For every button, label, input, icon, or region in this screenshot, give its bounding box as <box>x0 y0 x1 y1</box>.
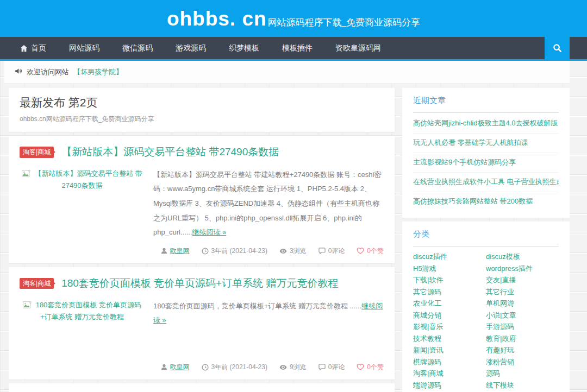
nav-item-website-source[interactable]: 网站源码 <box>58 37 111 59</box>
nav-item-label: 游戏源码 <box>176 43 206 53</box>
category-link[interactable]: H5游戏 <box>413 263 486 275</box>
clock-icon <box>202 364 209 371</box>
widget-title-categories: 分类 <box>413 229 559 239</box>
category-link[interactable]: 小说|文章 <box>486 309 559 321</box>
article-title-link[interactable]: 【新站版本】源码交易平台整站 带27490条数据 <box>61 146 279 159</box>
eye-icon <box>279 248 287 254</box>
heart-icon <box>357 248 364 254</box>
category-link[interactable]: 淘客|商城 <box>413 368 486 380</box>
eye-icon <box>279 364 287 370</box>
category-link[interactable]: 其它源码 <box>413 286 486 298</box>
thumbnail-alt-text: 180套竞价页面模板 竞价单页源码+订单系统 赠万元竞价教程 <box>36 301 141 321</box>
speaker-icon <box>14 67 22 77</box>
category-link[interactable]: 单机网游 <box>486 298 559 309</box>
user-icon <box>161 248 167 254</box>
heart-icon <box>357 364 364 370</box>
category-link[interactable]: 源码 <box>486 368 559 380</box>
comments-link[interactable]: 0评论 <box>328 363 345 372</box>
meta-time: 3年前 (2021-04-23) <box>202 246 267 256</box>
category-link[interactable]: 新闻|资讯 <box>413 344 486 356</box>
nav-item-label: 模板插件 <box>282 43 313 53</box>
article-meta: 欧皇网 3年前 (2021-04-23) 3浏览 0评论 0个赞 <box>20 246 384 256</box>
meta-comments: 0评论 <box>319 246 345 256</box>
likes-text: 0个赞 <box>367 246 384 256</box>
category-link[interactable]: 有趣好玩 <box>486 344 559 356</box>
nav-item-template-plugin[interactable]: 模板插件 <box>271 37 324 59</box>
notice-link[interactable]: 【坏男孩学院】 <box>73 67 123 77</box>
time-text: 3年前 (2021-04-23) <box>211 246 267 256</box>
recent-post-link[interactable]: 在线营业执照生成软件小工具 电子营业执照生成器 <box>413 173 559 192</box>
meta-likes[interactable]: 0个赞 <box>357 246 384 256</box>
article-head: 淘客|商城 【新站版本】源码交易平台整站 带27490条数据 <box>20 146 384 159</box>
category-link[interactable]: discuz模板 <box>486 251 559 263</box>
recent-post-link[interactable]: 高仿站壳网jizhi-chlid极致主题4.0去授权破解版 <box>413 114 559 134</box>
category-link[interactable]: 商城分销 <box>413 309 486 321</box>
excerpt-text: 180套竞价页面源码，竞价单页模板+订单系统 赠万元竞价教程 ...... <box>153 302 361 310</box>
category-link[interactable]: 涨粉营销 <box>486 356 559 368</box>
likes-text: 0个赞 <box>367 363 384 372</box>
category-link[interactable]: 下载|软件 <box>413 274 486 286</box>
page-header-card: 最新发布 第2页 ohbbs.cn网站源码程序下载_免费商业源码分享 <box>9 88 395 132</box>
nav-item-home[interactable]: 首页 <box>9 37 58 59</box>
article-thumbnail[interactable]: 180套竞价页面模板 竞价单页源码+订单系统 赠万元竞价教程 <box>20 299 145 356</box>
recent-post-link[interactable]: 玩无人机必看 零基础学无人机航拍课 <box>413 134 559 153</box>
categories-grid: discuz插件 H5游戏 下载|软件 其它源码 农业化工 商城分销 影视|音乐… <box>413 251 559 392</box>
meta-time: 3年前 (2021-04-23) <box>202 363 267 372</box>
article-head: 淘客|商城 180套竞价页面模板 竞价单页源码+订单系统 赠万元竞价教程 <box>20 277 384 290</box>
article-excerpt: 【新站版本】源码交易平台整站 带建站教程+27490条数据 账号：ceshi密码… <box>153 168 384 240</box>
category-link[interactable]: 影视|音乐 <box>413 321 486 333</box>
read-more-link[interactable]: 继续阅读 » <box>192 228 227 236</box>
search-button[interactable] <box>545 37 570 61</box>
author-link[interactable]: 欧皇网 <box>170 363 190 372</box>
nav-item-label: 微信源码 <box>122 43 153 53</box>
notice-bar: 欢迎访问网站 【坏男孩学院】 <box>4 61 570 84</box>
comments-link[interactable]: 0评论 <box>328 246 345 256</box>
nav-item-label: 网站源码 <box>69 43 99 53</box>
category-badge[interactable]: 淘客|商城 <box>20 147 54 157</box>
category-link[interactable]: 端游源码 <box>413 380 486 391</box>
site-logo[interactable]: ohbbs. cn <box>167 9 267 29</box>
comment-icon <box>319 248 326 254</box>
nav-item-dedecms-template[interactable]: 织梦模板 <box>217 37 271 59</box>
categories-widget: 分类 discuz插件 H5游戏 下载|软件 其它源码 农业化工 商城分销 影视… <box>402 222 570 392</box>
recent-posts-widget: 近期文章 高仿站壳网jizhi-chlid极致主题4.0去授权破解版 玩无人机必… <box>402 88 570 218</box>
page-title: 最新发布 第2页 <box>20 95 384 110</box>
author-link[interactable]: 欧皇网 <box>170 246 190 256</box>
category-badge[interactable]: 淘客|商城 <box>20 278 54 289</box>
nav-item-wechat-source[interactable]: 微信源码 <box>111 37 164 59</box>
recent-post-link[interactable]: 主流影视站9个手机仿站源码分享 <box>413 153 559 173</box>
search-icon <box>553 43 562 54</box>
comment-icon <box>319 364 326 370</box>
category-link[interactable]: 技术教程 <box>413 333 486 345</box>
clock-icon <box>202 248 209 255</box>
widget-title-recent: 近期文章 <box>413 96 559 106</box>
main-nav: 首页 网站源码 微信源码 游戏源码 织梦模板 模板插件 资欧皇源码网 <box>0 37 587 61</box>
category-link[interactable]: discuz插件 <box>413 251 486 263</box>
category-link[interactable]: 棋牌源码 <box>413 356 486 368</box>
notice-text: 欢迎访问网站 <box>27 67 69 77</box>
meta-views: 9浏览 <box>279 363 307 372</box>
meta-likes[interactable]: 0个赞 <box>357 363 384 372</box>
category-link[interactable]: wordpress插件 <box>486 263 559 275</box>
article-title-link[interactable]: 180套竞价页面模板 竞价单页源码+订单系统 赠万元竞价教程 <box>61 277 338 290</box>
nav-item-game-source[interactable]: 游戏源码 <box>164 37 217 59</box>
category-link[interactable]: 手游源码 <box>486 321 559 333</box>
article-item: 淘客|商城 【新站版本】源码交易平台整站 带27490条数据 【新站版本】源码交… <box>9 136 395 263</box>
category-link[interactable]: 农业化工 <box>413 298 486 309</box>
category-link[interactable]: 其它行业 <box>486 286 559 298</box>
views-text: 9浏览 <box>290 363 307 372</box>
article-thumbnail[interactable]: 【新站版本】源码交易平台整站 带27490条数据 <box>20 168 145 240</box>
article-meta: 欧皇网 3年前 (2021-04-23) 9浏览 0评论 0个赞 <box>20 363 384 372</box>
category-link[interactable]: 教育|政府 <box>486 333 559 345</box>
excerpt-text: 【新站版本】源码交易平台整站 带建站教程+27490条数据 账号：ceshi密码… <box>153 170 381 237</box>
user-icon <box>161 364 167 370</box>
nav-item-ziouhuang[interactable]: 资欧皇源码网 <box>324 37 392 59</box>
meta-comments: 0评论 <box>319 363 345 372</box>
nav-item-label: 资欧皇源码网 <box>335 43 381 53</box>
nav-item-label: 首页 <box>31 43 46 53</box>
category-link[interactable]: 线下模块 <box>486 380 559 391</box>
category-link[interactable]: 交友|直播 <box>486 274 559 286</box>
main-column: 最新发布 第2页 ohbbs.cn网站源码程序下载_免费商业源码分享 淘客|商城… <box>9 88 395 392</box>
page-subtitle: ohbbs.cn网站源码程序下载_免费商业源码分享 <box>20 115 384 124</box>
recent-post-link[interactable]: 高仿撩妹技巧套路网站整站 带200数据 <box>413 192 559 211</box>
